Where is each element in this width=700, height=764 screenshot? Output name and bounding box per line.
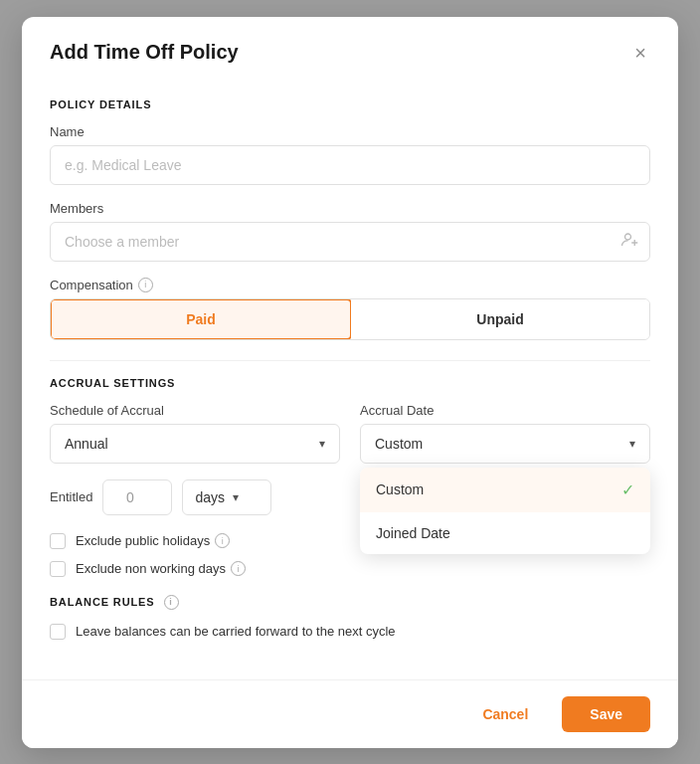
exclude-non-working-checkbox[interactable] (50, 561, 66, 577)
accrual-date-select[interactable]: Custom ▾ (360, 424, 650, 464)
accrual-date-label: Accrual Date (360, 403, 650, 418)
exclude-holidays-info-icon[interactable]: i (215, 533, 230, 548)
compensation-toggle: Paid Unpaid (50, 298, 650, 340)
schedule-accrual-value: Annual (65, 436, 108, 452)
name-field-group: Name (50, 124, 650, 185)
exclude-holidays-checkbox[interactable] (50, 533, 66, 549)
dropdown-item-joined-date[interactable]: Joined Date (360, 512, 650, 554)
carry-forward-label: Leave balances can be carried forward to… (76, 624, 396, 639)
balance-rules-info-icon[interactable]: i (164, 595, 179, 610)
days-chevron: ▾ (233, 490, 239, 504)
carry-forward-checkbox[interactable] (50, 624, 66, 640)
dropdown-item-custom-label: Custom (376, 481, 424, 497)
accrual-date-display[interactable]: Custom ▾ (361, 425, 649, 463)
schedule-accrual-chevron: ▾ (319, 437, 325, 451)
carry-forward-row: Leave balances can be carried forward to… (50, 624, 650, 640)
schedule-accrual-label: Schedule of Accrual (50, 403, 340, 418)
members-field-group: Members (50, 201, 650, 262)
accrual-date-value: Custom (375, 436, 423, 452)
modal-title: Add Time Off Policy (50, 41, 239, 64)
section-divider (50, 360, 650, 361)
modal-body: POLICY DETAILS Name Members (22, 83, 678, 679)
schedule-accrual-select[interactable]: Annual ▾ (50, 424, 340, 464)
unpaid-button[interactable]: Unpaid (351, 299, 649, 339)
check-icon: ✓ (621, 480, 634, 499)
modal-footer: Cancel Save (22, 679, 678, 748)
name-input[interactable] (50, 145, 650, 185)
members-input[interactable] (50, 222, 650, 262)
accrual-date-dropdown: Custom ✓ Joined Date (360, 468, 650, 554)
compensation-label: Compensation i (50, 278, 650, 292)
entitled-label: Entitled (50, 489, 92, 504)
exclude-non-working-label: Exclude non working days i (76, 561, 246, 576)
exclude-holidays-label: Exclude public holidays i (76, 533, 230, 548)
members-input-wrap (50, 222, 650, 262)
cancel-button[interactable]: Cancel (464, 696, 546, 732)
add-member-icon (620, 231, 638, 253)
entitled-input[interactable] (102, 479, 172, 515)
svg-point-0 (625, 234, 631, 240)
balance-rules-section-title: BALANCE RULES i (50, 595, 650, 610)
accrual-date-chevron: ▾ (629, 437, 635, 451)
days-value: days (195, 489, 225, 505)
dropdown-item-custom[interactable]: Custom ✓ (360, 468, 650, 512)
balance-rules-section: BALANCE RULES i Leave balances can be ca… (50, 595, 650, 640)
close-button[interactable]: × (630, 39, 650, 67)
modal-overlay: Add Time Off Policy × POLICY DETAILS Nam… (0, 0, 700, 764)
exclude-non-working-info-icon[interactable]: i (231, 561, 246, 576)
exclude-non-working-row: Exclude non working days i (50, 561, 650, 577)
accrual-settings-section-title: ACCRUAL SETTINGS (50, 377, 650, 389)
paid-button[interactable]: Paid (50, 298, 352, 340)
add-time-off-modal: Add Time Off Policy × POLICY DETAILS Nam… (22, 17, 678, 748)
members-label: Members (50, 201, 650, 216)
dropdown-item-joined-date-label: Joined Date (376, 525, 450, 541)
compensation-field-group: Compensation i Paid Unpaid (50, 278, 650, 340)
schedule-accrual-group: Schedule of Accrual Annual ▾ (50, 403, 340, 464)
name-label: Name (50, 124, 650, 139)
policy-details-section-title: POLICY DETAILS (50, 98, 650, 110)
schedule-accrual-display[interactable]: Annual ▾ (51, 425, 339, 463)
compensation-info-icon[interactable]: i (138, 278, 153, 292)
modal-header: Add Time Off Policy × (22, 17, 678, 83)
days-select[interactable]: days ▾ (182, 479, 271, 515)
accrual-row: Schedule of Accrual Annual ▾ Accrual Dat… (50, 403, 650, 464)
accrual-date-group: Accrual Date Custom ▾ Custom ✓ (360, 403, 650, 464)
save-button[interactable]: Save (562, 696, 650, 732)
